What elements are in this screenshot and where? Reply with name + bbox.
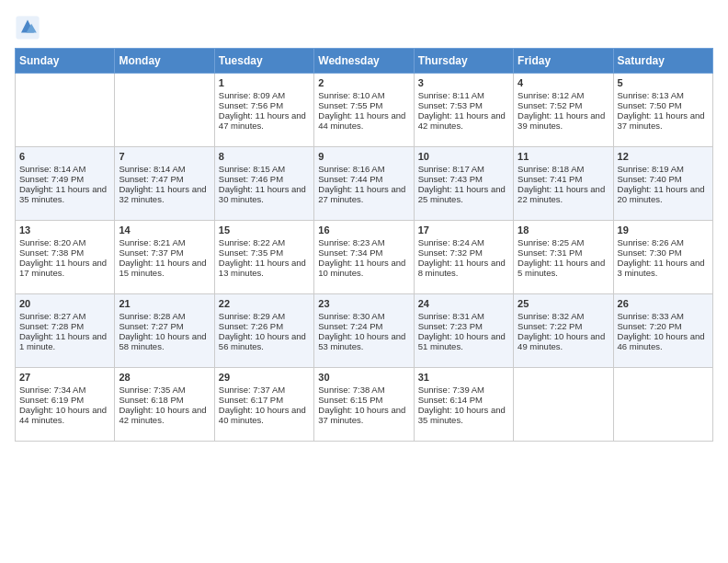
sunrise-text: Sunrise: 8:12 AM	[518, 90, 609, 100]
sunrise-text: Sunrise: 7:39 AM	[418, 385, 509, 395]
day-cell-28: 28Sunrise: 7:35 AMSunset: 6:18 PMDayligh…	[115, 368, 214, 442]
sunset-text: Sunset: 7:50 PM	[618, 100, 709, 110]
sunset-text: Sunset: 7:32 PM	[418, 247, 509, 258]
weekday-header-wednesday: Wednesday	[314, 49, 414, 74]
weekday-header-sunday: Sunday	[16, 49, 115, 74]
day-cell-30: 30Sunrise: 7:38 AMSunset: 6:15 PMDayligh…	[314, 368, 414, 442]
sunset-text: Sunset: 7:22 PM	[518, 321, 609, 331]
day-cell-10: 10Sunrise: 8:17 AMSunset: 7:43 PMDayligh…	[414, 147, 513, 221]
sunset-text: Sunset: 7:37 PM	[119, 247, 210, 258]
day-cell-11: 11Sunrise: 8:18 AMSunset: 7:41 PMDayligh…	[514, 147, 613, 221]
day-number: 5	[618, 77, 709, 88]
sunset-text: Sunset: 7:40 PM	[618, 174, 709, 184]
sunrise-text: Sunrise: 8:13 AM	[618, 90, 709, 100]
day-number: 15	[219, 224, 310, 236]
day-cell-23: 23Sunrise: 8:30 AMSunset: 7:24 PMDayligh…	[314, 294, 414, 368]
sunset-text: Sunset: 7:20 PM	[618, 321, 709, 331]
weekday-header-friday: Friday	[514, 49, 613, 74]
day-cell-2: 2Sunrise: 8:10 AMSunset: 7:55 PMDaylight…	[314, 74, 414, 147]
day-number: 20	[19, 298, 110, 309]
daylight-text: Daylight: 10 hours and 35 minutes.	[418, 405, 509, 425]
sunset-text: Sunset: 6:19 PM	[19, 395, 110, 405]
calendar-table: SundayMondayTuesdayWednesdayThursdayFrid…	[15, 48, 713, 442]
daylight-text: Daylight: 11 hours and 32 minutes.	[119, 184, 210, 204]
day-number: 19	[618, 224, 709, 236]
sunrise-text: Sunrise: 8:22 AM	[219, 237, 310, 247]
sunrise-text: Sunrise: 8:19 AM	[618, 164, 709, 174]
daylight-text: Daylight: 10 hours and 58 minutes.	[119, 331, 210, 351]
sunrise-text: Sunrise: 8:30 AM	[318, 311, 409, 321]
sunrise-text: Sunrise: 8:31 AM	[418, 311, 509, 321]
sunrise-text: Sunrise: 8:17 AM	[418, 164, 509, 174]
sunrise-text: Sunrise: 7:38 AM	[318, 385, 409, 395]
daylight-text: Daylight: 10 hours and 53 minutes.	[318, 331, 409, 351]
sunset-text: Sunset: 6:15 PM	[318, 395, 409, 405]
day-cell-4: 4Sunrise: 8:12 AMSunset: 7:52 PMDaylight…	[514, 74, 613, 147]
daylight-text: Daylight: 10 hours and 40 minutes.	[219, 405, 310, 425]
sunset-text: Sunset: 7:47 PM	[119, 174, 210, 184]
day-number: 2	[318, 77, 409, 88]
daylight-text: Daylight: 11 hours and 47 minutes.	[219, 110, 310, 131]
day-number: 12	[618, 151, 709, 162]
daylight-text: Daylight: 11 hours and 22 minutes.	[518, 184, 609, 204]
day-cell-19: 19Sunrise: 8:26 AMSunset: 7:30 PMDayligh…	[613, 221, 712, 294]
day-number: 3	[418, 77, 509, 88]
day-cell-3: 3Sunrise: 8:11 AMSunset: 7:53 PMDaylight…	[414, 74, 513, 147]
day-number: 18	[518, 224, 609, 236]
sunset-text: Sunset: 6:17 PM	[219, 395, 310, 405]
day-number: 17	[418, 224, 509, 236]
sunrise-text: Sunrise: 8:24 AM	[418, 237, 509, 247]
week-row-1: 1Sunrise: 8:09 AMSunset: 7:56 PMDaylight…	[16, 74, 713, 147]
day-number: 10	[418, 151, 509, 162]
daylight-text: Daylight: 10 hours and 49 minutes.	[518, 331, 609, 351]
daylight-text: Daylight: 11 hours and 15 minutes.	[119, 258, 210, 278]
sunrise-text: Sunrise: 8:32 AM	[518, 311, 609, 321]
day-cell-29: 29Sunrise: 7:37 AMSunset: 6:17 PMDayligh…	[214, 368, 313, 442]
day-cell-15: 15Sunrise: 8:22 AMSunset: 7:35 PMDayligh…	[214, 221, 313, 294]
day-cell-14: 14Sunrise: 8:21 AMSunset: 7:37 PMDayligh…	[115, 221, 214, 294]
daylight-text: Daylight: 11 hours and 10 minutes.	[318, 258, 409, 278]
daylight-text: Daylight: 11 hours and 1 minute.	[19, 331, 110, 351]
day-cell-13: 13Sunrise: 8:20 AMSunset: 7:38 PMDayligh…	[16, 221, 115, 294]
sunset-text: Sunset: 6:14 PM	[418, 395, 509, 405]
day-number: 8	[219, 151, 310, 162]
daylight-text: Daylight: 11 hours and 3 minutes.	[618, 258, 709, 278]
sunrise-text: Sunrise: 7:37 AM	[219, 385, 310, 395]
sunrise-text: Sunrise: 8:11 AM	[418, 90, 509, 100]
sunrise-text: Sunrise: 7:35 AM	[119, 385, 210, 395]
daylight-text: Daylight: 10 hours and 46 minutes.	[618, 331, 709, 351]
weekday-header-monday: Monday	[115, 49, 214, 74]
day-number: 16	[318, 224, 409, 236]
day-cell-17: 17Sunrise: 8:24 AMSunset: 7:32 PMDayligh…	[414, 221, 513, 294]
weekday-header-thursday: Thursday	[414, 49, 513, 74]
sunset-text: Sunset: 7:49 PM	[19, 174, 110, 184]
daylight-text: Daylight: 11 hours and 13 minutes.	[219, 258, 310, 278]
daylight-text: Daylight: 11 hours and 5 minutes.	[518, 258, 609, 278]
day-cell-8: 8Sunrise: 8:15 AMSunset: 7:46 PMDaylight…	[214, 147, 313, 221]
week-row-5: 27Sunrise: 7:34 AMSunset: 6:19 PMDayligh…	[16, 368, 713, 442]
sunrise-text: Sunrise: 8:28 AM	[119, 311, 210, 321]
sunset-text: Sunset: 7:38 PM	[19, 247, 110, 258]
sunrise-text: Sunrise: 8:15 AM	[219, 164, 310, 174]
daylight-text: Daylight: 11 hours and 8 minutes.	[418, 258, 509, 278]
daylight-text: Daylight: 10 hours and 44 minutes.	[19, 405, 110, 425]
sunrise-text: Sunrise: 8:14 AM	[19, 164, 110, 174]
sunrise-text: Sunrise: 7:34 AM	[19, 385, 110, 395]
page-header	[15, 15, 713, 40]
week-row-3: 13Sunrise: 8:20 AMSunset: 7:38 PMDayligh…	[16, 221, 713, 294]
day-cell-12: 12Sunrise: 8:19 AMSunset: 7:40 PMDayligh…	[613, 147, 712, 221]
day-cell-22: 22Sunrise: 8:29 AMSunset: 7:26 PMDayligh…	[214, 294, 313, 368]
daylight-text: Daylight: 11 hours and 30 minutes.	[219, 184, 310, 204]
sunset-text: Sunset: 7:43 PM	[418, 174, 509, 184]
weekday-header-saturday: Saturday	[613, 49, 712, 74]
sunset-text: Sunset: 7:34 PM	[318, 247, 409, 258]
day-number: 1	[219, 77, 310, 88]
day-number: 7	[119, 151, 210, 162]
sunset-text: Sunset: 7:28 PM	[19, 321, 110, 331]
day-cell-26: 26Sunrise: 8:33 AMSunset: 7:20 PMDayligh…	[613, 294, 712, 368]
sunrise-text: Sunrise: 8:27 AM	[19, 311, 110, 321]
sunrise-text: Sunrise: 8:09 AM	[219, 90, 310, 100]
daylight-text: Daylight: 10 hours and 56 minutes.	[219, 331, 310, 351]
day-cell-20: 20Sunrise: 8:27 AMSunset: 7:28 PMDayligh…	[16, 294, 115, 368]
sunset-text: Sunset: 7:27 PM	[119, 321, 210, 331]
